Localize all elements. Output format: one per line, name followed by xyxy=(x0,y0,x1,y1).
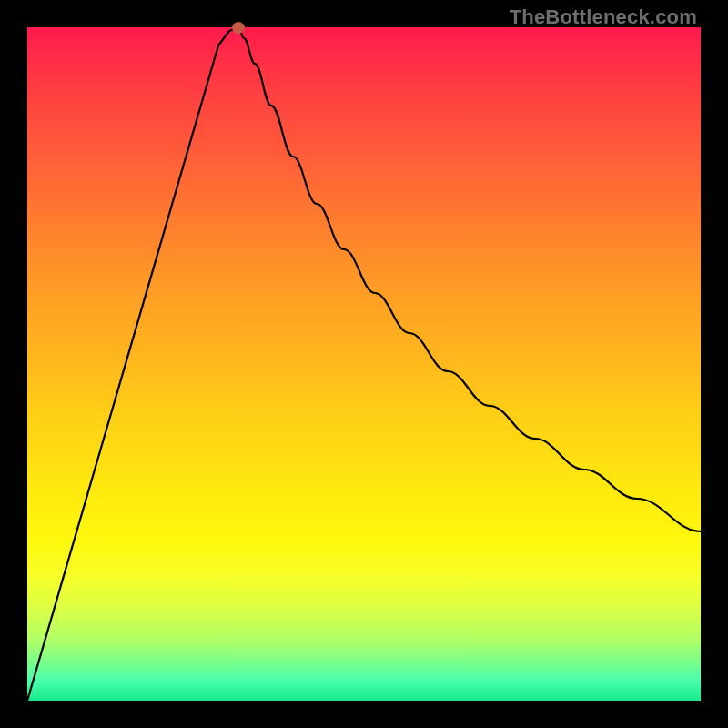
watermark-text: TheBottleneck.com xyxy=(510,5,697,29)
gradient-plot-area xyxy=(27,27,701,701)
minimum-marker-dot xyxy=(232,22,245,34)
right-curve-path xyxy=(238,27,701,531)
chart-frame: TheBottleneck.com xyxy=(0,0,728,728)
curve-svg xyxy=(27,27,701,701)
left-line-path xyxy=(27,27,238,701)
